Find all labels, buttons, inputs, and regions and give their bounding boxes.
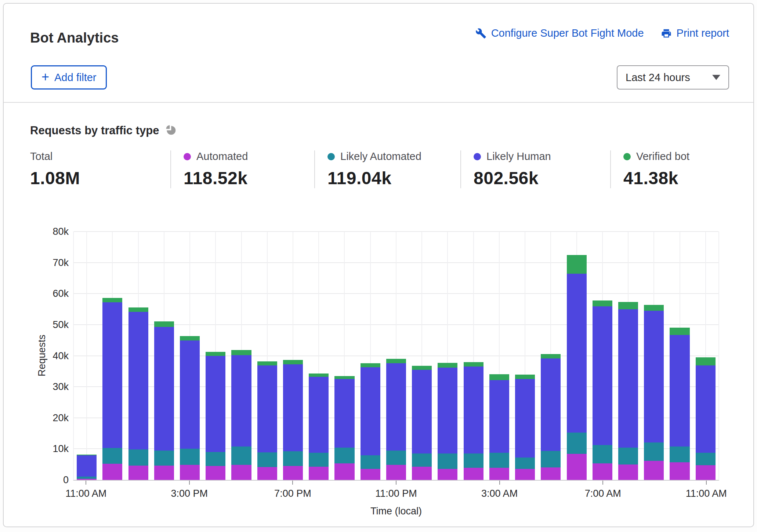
segment-verified-bot — [438, 363, 457, 368]
stat-automated: Automated 118.52k — [170, 150, 314, 188]
segment-likely-human — [309, 377, 329, 452]
segment-verified-bot — [257, 361, 277, 365]
x-axis-title: Time (local) — [73, 506, 719, 517]
chart-slot — [74, 232, 99, 480]
page-title: Bot Analytics — [30, 30, 119, 46]
card-header: Bot Analytics Configure Super Bot Fight … — [4, 4, 753, 103]
bar-stack-11[interactable] — [361, 363, 380, 480]
segment-likely-human — [515, 379, 535, 458]
segment-verified-bot — [386, 359, 406, 363]
chart-slot — [203, 232, 228, 480]
bar-stack-23[interactable] — [670, 328, 689, 480]
stat-likely-automated-value: 119.04k — [327, 168, 453, 188]
time-range-select[interactable]: Last 24 hours — [617, 65, 729, 90]
segment-likely-human — [361, 367, 380, 455]
bot-analytics-card: Bot Analytics Configure Super Bot Fight … — [3, 3, 754, 527]
stat-total-label: Total — [30, 150, 52, 163]
bar-stack-8[interactable] — [283, 360, 303, 480]
segment-likely-automated — [670, 447, 689, 462]
segment-likely-automated — [334, 448, 354, 463]
bar-stack-10[interactable] — [334, 376, 354, 480]
segment-likely-automated — [593, 445, 612, 463]
segment-automated — [696, 465, 716, 480]
segment-verified-bot — [309, 374, 329, 377]
bar-stack-21[interactable] — [618, 302, 638, 480]
segment-likely-human — [438, 368, 457, 453]
bar-stack-4[interactable] — [180, 336, 200, 480]
segment-likely-automated — [361, 455, 380, 469]
add-filter-button[interactable]: + Add filter — [31, 65, 107, 90]
segment-likely-automated — [128, 449, 148, 466]
segment-likely-human — [257, 365, 277, 452]
segment-automated — [593, 463, 612, 480]
bar-stack-13[interactable] — [412, 366, 432, 480]
segment-likely-human — [283, 364, 303, 451]
section-title: Requests by traffic type — [30, 124, 159, 137]
x-tick-mark — [189, 481, 190, 485]
plus-icon: + — [41, 70, 49, 84]
bar-stack-12[interactable] — [386, 359, 406, 480]
x-tick-label: 3:00 PM — [171, 488, 208, 499]
segment-automated — [257, 467, 277, 480]
segment-likely-human — [644, 311, 664, 442]
y-tick-label: 20k — [52, 412, 69, 424]
segment-likely-human — [77, 455, 97, 477]
bar-stack-15[interactable] — [464, 362, 483, 480]
segment-likely-automated — [541, 451, 561, 467]
bar-stack-7[interactable] — [257, 361, 277, 480]
bar-stack-3[interactable] — [154, 321, 174, 480]
stat-likely-human: Likely Human 802.56k — [460, 150, 610, 188]
segment-likely-automated — [515, 458, 535, 469]
bar-stack-2[interactable] — [128, 307, 148, 480]
bar-stack-17[interactable] — [515, 375, 535, 480]
add-filter-label: Add filter — [54, 72, 96, 84]
chart-slot — [254, 232, 280, 480]
x-tick-label: 3:00 AM — [481, 488, 518, 499]
bar-stack-18[interactable] — [541, 354, 561, 480]
pie-chart-icon — [165, 124, 177, 137]
segment-automated — [412, 467, 432, 480]
legend-dot-likely-human — [474, 153, 481, 160]
segment-likely-automated — [567, 433, 587, 454]
bar-stack-16[interactable] — [489, 374, 509, 480]
chart-slot — [486, 232, 512, 480]
segment-automated — [644, 461, 664, 480]
segment-likely-automated — [309, 453, 329, 467]
segment-verified-bot — [412, 366, 432, 369]
bar-stack-9[interactable] — [309, 374, 329, 480]
legend-dot-verified-bot — [623, 153, 631, 160]
segment-verified-bot — [128, 307, 148, 312]
segment-likely-human — [489, 380, 509, 453]
bar-stack-20[interactable] — [593, 300, 612, 480]
bar-stack-19[interactable] — [567, 255, 587, 480]
bar-stack-6[interactable] — [231, 350, 251, 480]
segment-likely-human — [464, 367, 483, 453]
chart-slot — [306, 232, 332, 480]
chart-slot — [332, 232, 357, 480]
print-report-link[interactable]: Print report — [661, 27, 729, 39]
segment-automated — [515, 469, 535, 480]
chart-slot — [564, 232, 589, 480]
segment-verified-bot — [283, 360, 303, 364]
segment-verified-bot — [489, 374, 509, 380]
segment-likely-automated — [618, 448, 638, 464]
chart-slot — [641, 232, 667, 480]
bar-stack-1[interactable] — [102, 298, 122, 480]
bar-stack-14[interactable] — [438, 363, 457, 480]
segment-verified-bot — [618, 302, 638, 309]
segment-likely-human — [128, 312, 148, 449]
x-tick-mark — [706, 481, 707, 485]
segment-automated — [128, 466, 148, 480]
bar-stack-22[interactable] — [644, 305, 664, 480]
x-tick-mark — [292, 481, 293, 485]
chart-slot — [280, 232, 306, 480]
stats-row: Total 1.08M Automated 118.52k Likely Aut… — [30, 150, 727, 188]
stat-total: Total 1.08M — [30, 150, 170, 188]
segment-automated — [541, 467, 561, 480]
configure-super-bot-fight-mode-link[interactable]: Configure Super Bot Fight Mode — [475, 27, 644, 39]
y-tick-label: 50k — [52, 319, 69, 331]
bar-stack-24[interactable] — [696, 357, 716, 480]
bar-stack-5[interactable] — [206, 352, 225, 480]
bar-stack-0[interactable] — [77, 455, 97, 480]
chart-slot — [99, 232, 125, 480]
